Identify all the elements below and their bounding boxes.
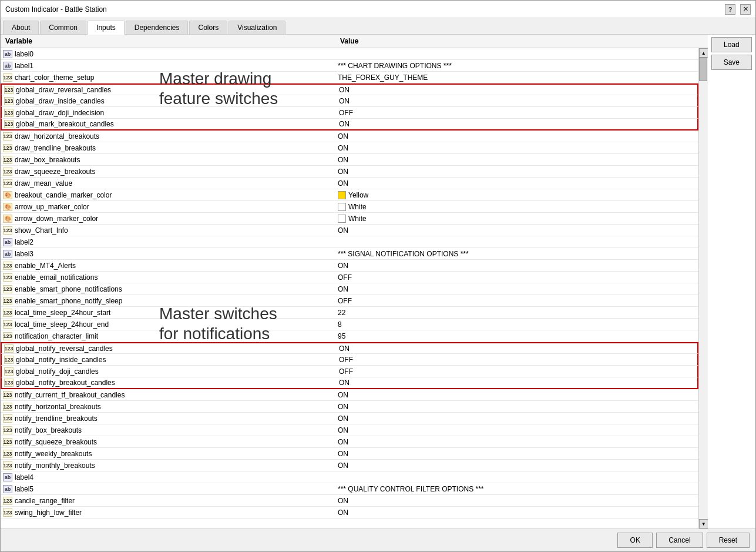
table-row[interactable]: 123notify_squeeze_breakoutsON: [1, 436, 698, 448]
type-icon: 123: [3, 450, 12, 458]
row-variable: 123local_time_sleep_24hour_end: [1, 320, 335, 329]
table-row[interactable]: 123draw_horizontal_breakoutsON: [1, 131, 698, 142]
save-button[interactable]: Save: [711, 55, 752, 70]
table-row[interactable]: 123global_notify_doji_candlesOFF: [1, 366, 698, 377]
table-row[interactable]: 123notify_monthly_breakoutsON: [1, 460, 698, 471]
tab-common[interactable]: Common: [40, 21, 86, 34]
row-variable: 123chart_color_theme_setup: [1, 73, 335, 82]
variable-name: label1: [15, 62, 33, 70]
table-row[interactable]: 123global_notify_reversal_candlesON: [1, 342, 698, 354]
table-row[interactable]: 123local_time_sleep_24hour_end8: [1, 319, 698, 330]
type-icon: ab: [3, 485, 12, 493]
table-row[interactable]: 123global_draw_doji_indecisionOFF: [1, 107, 698, 119]
row-value: ON: [335, 285, 698, 293]
scrollbar-down-button[interactable]: ▼: [699, 519, 708, 528]
value-text: ON: [339, 344, 350, 353]
row-value: ON: [335, 226, 698, 235]
type-icon: ab: [3, 238, 12, 246]
type-icon: 123: [4, 379, 14, 387]
type-icon: 123: [4, 344, 14, 353]
table-row[interactable]: ablabel0: [1, 48, 698, 60]
table-row[interactable]: ablabel4: [1, 471, 698, 483]
tab-inputs[interactable]: Inputs: [88, 21, 125, 35]
type-icon: 123: [4, 120, 14, 128]
table-row[interactable]: 123notify_horizontal_breakoutsON: [1, 401, 698, 413]
table-row[interactable]: 123draw_squeeze_breakoutsON: [1, 166, 698, 178]
table-row[interactable]: 123notify_current_tf_breakout_candlesON: [1, 389, 698, 401]
table-row[interactable]: 123notification_character_limit95: [1, 330, 698, 342]
table-row[interactable]: 123draw_trendline_breakoutsON: [1, 142, 698, 154]
type-icon: 123: [3, 403, 12, 411]
table-scroll-area[interactable]: ablabel0ablabel1*** CHART DRAWING OPTION…: [1, 48, 698, 528]
tab-dependencies[interactable]: Dependencies: [126, 21, 189, 34]
table-row[interactable]: 123global_draw_inside_candlesON: [1, 95, 698, 107]
scrollbar-up-button[interactable]: ▲: [699, 48, 708, 58]
table-row[interactable]: 🎨arrow_down_marker_colorWhite: [1, 213, 698, 225]
table-row[interactable]: 123notify_box_breakoutsON: [1, 424, 698, 436]
table-row[interactable]: ablabel2: [1, 236, 698, 248]
tab-about[interactable]: About: [3, 21, 39, 34]
scrollbar-track[interactable]: [699, 58, 708, 519]
variable-name: global_draw_inside_candles: [16, 97, 105, 105]
table-row[interactable]: ablabel1*** CHART DRAWING OPTIONS ***: [1, 60, 698, 72]
row-value: ON: [335, 156, 698, 164]
type-icon: 123: [3, 156, 12, 164]
variable-name: draw_mean_value: [15, 179, 72, 188]
table-row[interactable]: 123draw_mean_valueON: [1, 178, 698, 189]
value-text: THE_FOREX_GUY_THEME: [338, 73, 428, 82]
variable-name: notification_character_limit: [15, 332, 98, 340]
tab-visualization[interactable]: Visualization: [229, 21, 285, 34]
scrollbar-thumb[interactable]: [699, 58, 707, 81]
table-row[interactable]: 123global_nofity_breakout_candlesON: [1, 377, 698, 389]
type-icon: 123: [3, 438, 12, 446]
type-icon: 123: [3, 73, 12, 82]
value-text: ON: [338, 391, 348, 399]
table-row[interactable]: ablabel3*** SIGNAL NOTIFICATION OPTIONS …: [1, 248, 698, 260]
row-variable: 123global_notify_inside_candles: [2, 356, 337, 364]
table-row[interactable]: 🎨arrow_up_marker_colorWhite: [1, 201, 698, 213]
ok-button[interactable]: OK: [617, 533, 653, 548]
tab-colors[interactable]: Colors: [189, 21, 227, 34]
type-icon: 123: [3, 179, 12, 188]
row-variable: 123notify_current_tf_breakout_candles: [1, 391, 335, 399]
row-value: White: [335, 203, 698, 211]
table-row[interactable]: 123notify_weekly_breakoutsON: [1, 448, 698, 460]
table-row[interactable]: 123notify_trendline_breakoutsON: [1, 413, 698, 424]
row-variable: 123notify_horizontal_breakouts: [1, 403, 335, 411]
close-button[interactable]: ✕: [740, 4, 751, 15]
table-row[interactable]: 123local_time_sleep_24hour_start22: [1, 307, 698, 319]
type-icon: 🎨: [3, 215, 12, 223]
load-button[interactable]: Load: [711, 37, 752, 52]
value-text: ON: [338, 508, 348, 517]
table-row[interactable]: 123enable_smart_phone_notificationsON: [1, 283, 698, 295]
table-row[interactable]: ablabel5*** QUALITY CONTROL FILTER OPTIO…: [1, 483, 698, 495]
row-value: ON: [335, 403, 698, 411]
table-row[interactable]: 🎨breakout_candle_marker_colorYellow: [1, 189, 698, 201]
table-row[interactable]: 123enable_email_notificationsOFF: [1, 272, 698, 283]
help-button[interactable]: ?: [725, 4, 735, 15]
table-row[interactable]: 123enable_MT4_AlertsON: [1, 260, 698, 272]
row-value: ON: [335, 508, 698, 517]
variable-name: notify_trendline_breakouts: [15, 414, 98, 423]
variable-name: breakout_candle_marker_color: [15, 191, 112, 199]
type-icon: 123: [3, 226, 12, 235]
reset-button[interactable]: Reset: [707, 533, 750, 548]
table-row[interactable]: 123candle_range_filterON: [1, 495, 698, 507]
type-icon: 123: [3, 414, 12, 423]
table-row[interactable]: 123swing_high_low_filterON: [1, 507, 698, 518]
color-swatch: [338, 203, 346, 211]
variable-name: global_draw_doji_indecision: [16, 109, 104, 117]
table-row[interactable]: 123global_mark_breakout_candlesON: [1, 119, 698, 131]
type-icon: ab: [3, 250, 12, 258]
type-icon: 123: [3, 332, 12, 340]
row-variable: 123draw_horizontal_breakouts: [1, 132, 335, 140]
variable-name: global_notify_reversal_candles: [16, 344, 113, 353]
table-row[interactable]: 123global_draw_reversal_candlesON: [1, 83, 698, 95]
table-row[interactable]: 123draw_box_breakoutsON: [1, 154, 698, 166]
table-row[interactable]: 123show_Chart_InfoON: [1, 225, 698, 236]
table-row[interactable]: 123global_notify_inside_candlesOFF: [1, 354, 698, 366]
cancel-button[interactable]: Cancel: [656, 533, 703, 548]
table-row[interactable]: 123chart_color_theme_setupTHE_FOREX_GUY_…: [1, 72, 698, 83]
row-value: ON: [337, 344, 697, 353]
table-row[interactable]: 123enable_smart_phone_notify_sleepOFF: [1, 295, 698, 307]
